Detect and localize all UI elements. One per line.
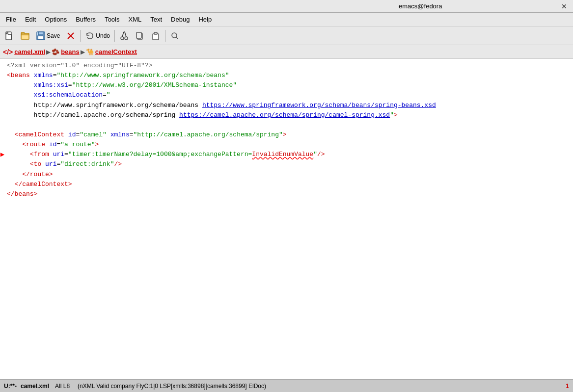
beans-icon: 🫘 <box>52 48 59 55</box>
title-bar: emacs@fedora ✕ <box>0 0 573 13</box>
toolbar-separator-1 <box>80 30 81 42</box>
status-info: (nXML Valid company FlyC:1|0 LSP[xmlls:3… <box>78 383 564 390</box>
error-line-indicator: ▶ <box>0 150 5 158</box>
menu-help[interactable]: Help <box>194 15 216 24</box>
svg-line-20 <box>176 37 178 39</box>
paste-icon <box>151 31 161 41</box>
breadcrumb-arrow-2: ▶ <box>81 49 85 55</box>
menu-options[interactable]: Options <box>41 15 71 24</box>
save-file-button[interactable]: Save <box>33 28 62 43</box>
svg-point-19 <box>172 33 177 38</box>
close-file-button[interactable] <box>63 28 78 43</box>
svg-line-12 <box>122 32 124 37</box>
status-error-count: 1 <box>566 383 569 390</box>
save-label: Save <box>47 32 60 39</box>
search-button[interactable] <box>167 28 182 43</box>
cut-button[interactable] <box>117 28 132 43</box>
breadcrumb-beans[interactable]: 🫘 beans <box>52 48 80 55</box>
search-icon <box>170 31 180 41</box>
breadcrumb-beans-label[interactable]: beans <box>61 48 80 55</box>
new-file-icon <box>4 31 14 41</box>
close-icon <box>66 31 76 41</box>
svg-line-13 <box>125 32 126 37</box>
toolbar-separator-3 <box>165 30 165 42</box>
svg-point-10 <box>121 37 124 40</box>
menu-debug[interactable]: Debug <box>167 15 193 24</box>
new-file-button[interactable] <box>2 28 17 43</box>
breadcrumb-bar: </> camel.xml ▶ 🫘 beans ▶ 🐪 camelContext <box>0 45 573 59</box>
undo-button[interactable]: Undo <box>82 28 112 43</box>
status-filename: camel.xml <box>21 383 49 390</box>
menu-file[interactable]: File <box>2 15 20 24</box>
editor[interactable]: ▶ <?xml version="1.0" encoding="UTF-8"?>… <box>0 59 573 379</box>
svg-rect-17 <box>153 34 159 40</box>
xml-file-icon: </> <box>3 48 13 56</box>
menu-tools[interactable]: Tools <box>101 15 123 24</box>
menu-edit[interactable]: Edit <box>21 15 40 24</box>
menu-text[interactable]: Text <box>146 15 166 24</box>
open-file-icon <box>20 31 30 41</box>
breadcrumb-arrow-1: ▶ <box>46 49 51 55</box>
code-content[interactable]: <?xml version="1.0" encoding="UTF-8"?> <… <box>0 59 573 379</box>
save-icon <box>36 31 46 41</box>
menu-buffers[interactable]: Buffers <box>72 15 100 24</box>
svg-rect-6 <box>38 32 43 35</box>
status-position: All L8 <box>55 383 70 390</box>
undo-icon <box>85 31 95 41</box>
status-mode: U:**- <box>4 383 17 390</box>
spring-beans-xsd-link[interactable]: https://www.springframework.org/schema/b… <box>202 102 436 109</box>
toolbar-separator-2 <box>114 30 115 42</box>
menu-bar: File Edit Options Buffers Tools XML Text… <box>0 13 573 26</box>
window-title: emacs@fedora <box>282 2 560 10</box>
svg-rect-7 <box>38 36 44 39</box>
camel-spring-xsd-link[interactable]: https://camel.apache.org/schema/spring/c… <box>179 111 390 119</box>
toolbar: Save Undo <box>0 26 573 45</box>
breadcrumb-camelcontext[interactable]: 🐪 camelContext <box>86 48 137 55</box>
svg-rect-18 <box>154 32 157 34</box>
svg-rect-4 <box>21 33 29 39</box>
svg-rect-16 <box>136 32 141 38</box>
breadcrumb-camelcontext-label[interactable]: camelContext <box>95 48 137 55</box>
copy-icon <box>135 31 145 41</box>
menu-xml[interactable]: XML <box>124 15 145 24</box>
status-bar: U:**- camel.xml All L8 (nXML Valid compa… <box>0 379 573 392</box>
svg-point-11 <box>125 37 128 40</box>
breadcrumb-xml-file[interactable]: </> camel.xml <box>3 48 45 56</box>
undo-label: Undo <box>96 32 110 39</box>
camel-icon: 🐪 <box>86 48 94 55</box>
close-button[interactable]: ✕ <box>559 2 569 10</box>
breadcrumb-filename[interactable]: camel.xml <box>14 48 45 55</box>
open-file-button[interactable] <box>18 28 32 43</box>
cut-icon <box>119 31 129 41</box>
copy-button[interactable] <box>133 28 147 43</box>
paste-button[interactable] <box>148 28 163 43</box>
